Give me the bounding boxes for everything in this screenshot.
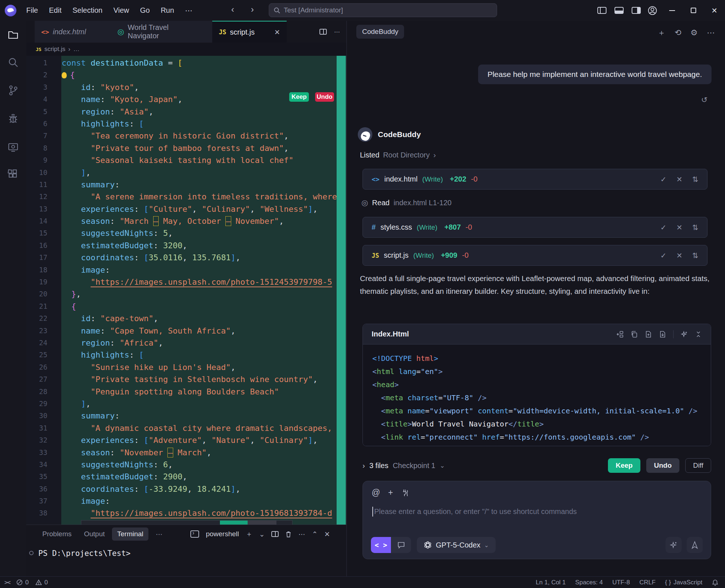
reject-file-icon[interactable]: ✕: [676, 223, 682, 232]
menu-view[interactable]: View: [109, 4, 133, 17]
menu-more[interactable]: ⋯: [181, 4, 196, 17]
language-mode[interactable]: { } JavaScript: [665, 579, 702, 586]
diff-overview-ruler[interactable]: [337, 56, 346, 525]
snippet-code[interactable]: <!DOCTYPE html><html lang="en"><head> <m…: [363, 344, 711, 446]
overlay-more-icon[interactable]: ⋮: [276, 521, 292, 525]
reject-file-icon[interactable]: ✕: [676, 175, 682, 184]
expand-file-icon[interactable]: ⇅: [692, 175, 698, 184]
collapse-icon[interactable]: [695, 331, 702, 338]
breadcrumb[interactable]: JS script.js › …: [26, 43, 346, 56]
overlay-undo-button[interactable]: Undo: [248, 521, 276, 525]
sparkle-icon[interactable]: [681, 331, 688, 338]
maximize-button[interactable]: [683, 0, 704, 21]
minimize-button[interactable]: [662, 0, 683, 21]
new-chat-icon[interactable]: ＋: [658, 27, 666, 38]
file-card-script-js[interactable]: JS script.js (Write) +909 -0 ✓ ✕ ⇅: [362, 245, 707, 266]
save-file-icon[interactable]: [659, 331, 666, 338]
app-logo-icon[interactable]: [5, 5, 16, 16]
expand-file-icon[interactable]: ⇅: [692, 251, 698, 260]
terminal-content[interactable]: PS D:\projects\Test>: [26, 543, 346, 577]
remote-indicator-icon[interactable]: ><: [4, 579, 10, 586]
attach-icon[interactable]: +: [388, 488, 393, 498]
toggle-secondary-sidebar-icon[interactable]: [632, 7, 641, 14]
tools-icon[interactable]: [401, 489, 409, 497]
live-preview-icon[interactable]: [7, 141, 19, 153]
command-search-box[interactable]: Test [Administrator]: [269, 3, 497, 17]
accept-file-icon[interactable]: ✓: [660, 251, 667, 260]
panel-more-icon[interactable]: ⋯: [707, 28, 715, 38]
errors-status[interactable]: 0: [16, 579, 28, 586]
tab-world-travel-navigator[interactable]: ◎ World Travel Navigator: [111, 21, 199, 43]
explorer-icon[interactable]: [7, 29, 19, 40]
insert-code-icon[interactable]: [616, 331, 624, 338]
file-card-index-html[interactable]: <> index.html (Write) +202 -0 ✓ ✕ ⇅: [362, 169, 707, 190]
terminal-more-icon[interactable]: ⋯: [298, 530, 305, 538]
code-mode-button[interactable]: < >: [371, 537, 391, 553]
chat-mode-button[interactable]: [391, 537, 411, 553]
tab-script-js[interactable]: JS script.js ✕: [212, 21, 287, 43]
indentation[interactable]: Spaces: 4: [575, 579, 603, 586]
panel-tab-codebuddy[interactable]: CodeBuddy: [356, 25, 404, 39]
new-terminal-icon[interactable]: ＋: [245, 529, 252, 539]
model-selector[interactable]: GPT-5-Codex ⌄: [417, 537, 496, 553]
settings-gear-icon[interactable]: ⚙: [690, 28, 698, 38]
terminal-dropdown-icon[interactable]: ⌄: [259, 530, 265, 538]
editor-more-actions-icon[interactable]: ⋯: [334, 28, 340, 35]
keep-all-button[interactable]: Keep: [608, 458, 640, 473]
tab-problems[interactable]: Problems: [37, 527, 77, 541]
accept-file-icon[interactable]: ✓: [660, 223, 667, 232]
tab-terminal[interactable]: Terminal: [112, 527, 148, 541]
extensions-icon[interactable]: [7, 169, 19, 180]
kill-terminal-icon[interactable]: [285, 531, 292, 538]
diff-keep-button[interactable]: Keep: [289, 92, 309, 102]
enhance-prompt-button[interactable]: [666, 537, 682, 553]
diff-button[interactable]: Diff: [685, 458, 711, 473]
split-terminal-icon[interactable]: [271, 531, 279, 537]
mention-icon[interactable]: @: [372, 488, 380, 498]
close-panel-icon[interactable]: ✕: [324, 530, 330, 538]
copy-icon[interactable]: [631, 331, 638, 338]
diff-undo-button[interactable]: Undo: [315, 92, 334, 102]
undo-all-button[interactable]: Undo: [646, 458, 679, 473]
restore-checkpoint-icon[interactable]: ↺: [701, 96, 707, 104]
panel-more-tabs-icon[interactable]: ⋯: [151, 527, 168, 541]
menu-edit[interactable]: Edit: [45, 4, 65, 17]
code-editor[interactable]: 1const destinationData = [2{3 id: "kyoto…: [26, 56, 346, 525]
nav-forward-icon[interactable]: ›: [247, 4, 258, 15]
overlay-keep-button[interactable]: Keep: [220, 521, 248, 525]
chat-input[interactable]: Please enter a question, or enter "/" to…: [372, 507, 577, 517]
read-index-html[interactable]: ◎ Read index.html L1-120: [361, 198, 451, 207]
tab-output[interactable]: Output: [79, 527, 110, 541]
file-card-styles-css[interactable]: # styles.css (Write) +807 -0 ✓ ✕ ⇅: [362, 217, 707, 238]
encoding[interactable]: UTF-8: [612, 579, 630, 586]
menu-go[interactable]: Go: [136, 4, 154, 17]
source-control-icon[interactable]: [7, 85, 19, 96]
toggle-panel-icon[interactable]: [614, 7, 624, 14]
close-button[interactable]: ✕: [704, 0, 725, 21]
eol-sequence[interactable]: CRLF: [639, 579, 655, 586]
tab-index-html[interactable]: <> index.html: [35, 21, 111, 43]
menu-run[interactable]: Run: [157, 4, 178, 17]
toggle-sidebar-icon[interactable]: [597, 7, 606, 14]
shell-label[interactable]: powershell: [206, 530, 239, 538]
maximize-panel-icon[interactable]: ⌃: [312, 530, 318, 538]
warnings-status[interactable]: 0: [35, 579, 48, 586]
split-editor-icon[interactable]: [319, 29, 327, 35]
new-file-icon[interactable]: [645, 331, 652, 338]
cursor-position[interactable]: Ln 1, Col 1: [536, 579, 566, 586]
expand-file-icon[interactable]: ⇅: [692, 223, 698, 232]
send-button[interactable]: [687, 537, 703, 553]
menu-file[interactable]: File: [22, 4, 42, 17]
search-sidebar-icon[interactable]: [7, 57, 19, 68]
account-icon[interactable]: [648, 6, 657, 15]
tab-close-icon[interactable]: ✕: [274, 28, 280, 36]
reject-file-icon[interactable]: ✕: [676, 251, 682, 260]
notifications-bell-icon[interactable]: [712, 579, 718, 586]
checkpoint-toggle[interactable]: › 3 files Checkpoint 1 ⌄: [362, 462, 445, 470]
menu-selection[interactable]: Selection: [69, 4, 106, 17]
history-icon[interactable]: ⟲: [675, 28, 681, 38]
run-debug-icon[interactable]: [7, 113, 19, 124]
listed-root-directory[interactable]: Listed Root Directory ›: [360, 151, 436, 159]
accept-file-icon[interactable]: ✓: [660, 175, 667, 184]
nav-back-icon[interactable]: ‹: [227, 4, 239, 15]
